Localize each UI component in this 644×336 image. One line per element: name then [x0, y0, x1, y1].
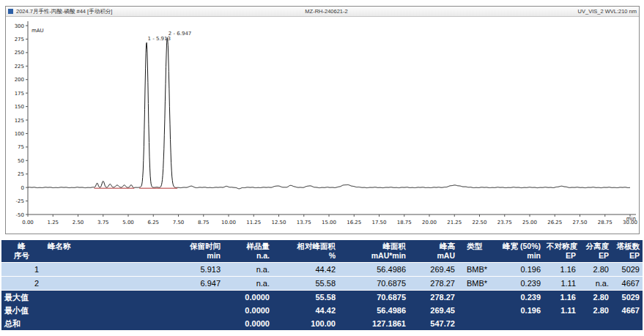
cell-rel_area: 44.42 — [273, 304, 338, 317]
y-tick-label: 225 — [15, 64, 24, 70]
cell-asymmetry: 1.11 — [544, 277, 579, 290]
x-tick-label: 3.75 — [97, 220, 109, 225]
y-tick-label: 50 — [18, 158, 24, 164]
y-tick-label: 175 — [15, 91, 24, 97]
peak-label: 1 - 5.913 — [148, 36, 171, 42]
column-header-amount: 样品量n.a. — [223, 240, 273, 262]
y-tick-label: -25 — [16, 198, 24, 204]
cell-retention_time — [104, 317, 223, 330]
cell-height: 547.72 — [409, 317, 458, 330]
column-header-rel_area: 相对峰面积% — [273, 240, 338, 262]
cell-resolution — [579, 317, 612, 330]
chromatogram-panel: 2024.7月手性-丙酸-磷酸 #44 [手动积分] MZ-RH-240621-… — [5, 6, 640, 234]
y-tick-label: 250 — [15, 50, 24, 56]
cell-rel_area: 55.58 — [273, 277, 338, 290]
cell-amount: n.a. — [223, 277, 273, 290]
column-header-asymmetry: 不对称度EP — [544, 240, 579, 262]
y-tick-label: 300 — [15, 23, 24, 29]
y-tick-label: 25 — [18, 171, 24, 177]
column-header-width_50: 峰宽 (50%)min — [499, 240, 544, 262]
y-tick-label: 150 — [15, 104, 24, 110]
integration-results-table: 峰序号峰名称保留时间min样品量n.a.相对峰面积%峰面积mAU*min峰高mA… — [1, 240, 643, 330]
x-tick-label: 7.50 — [173, 220, 185, 225]
cell-peak_name — [42, 291, 104, 304]
chromatogram-plot[interactable]: -50-250255075100125150175200225250275300… — [6, 17, 640, 234]
cell-area: 56.4986 — [338, 304, 409, 317]
cell-width_50: 0.239 — [499, 291, 544, 304]
cell-resolution: 2.80 — [579, 263, 612, 276]
sample-title: 2024.7月手性-丙酸-磷酸 #44 [手动积分] — [16, 8, 221, 15]
cell-rel_area: 100.00 — [273, 317, 338, 330]
cell-asymmetry — [544, 317, 579, 330]
cell-retention_time: 6.947 — [104, 277, 223, 290]
x-tick-label: 1.25 — [47, 220, 59, 225]
cell-width_50: 0.196 — [499, 304, 544, 317]
injection-name: MZ-RH-240621-2 — [224, 8, 429, 15]
x-tick-label: 10.00 — [221, 220, 236, 225]
cell-type — [458, 317, 499, 330]
cell-plates — [612, 317, 643, 330]
column-header-plates: 塔板数EP — [612, 240, 643, 262]
y-tick-label: -50 — [16, 212, 24, 218]
cell-area: 70.6875 — [338, 277, 409, 290]
cell-peak_name — [42, 317, 104, 330]
cell-type: BMB* — [458, 263, 499, 276]
cell-type — [458, 291, 499, 304]
cell-area: 56.4986 — [338, 263, 409, 276]
cell-amount: n.a. — [223, 263, 273, 276]
x-tick-label: 0.00 — [22, 220, 34, 225]
x-tick-label: 21.25 — [447, 220, 462, 225]
y-axis-unit-label: mAU — [32, 28, 44, 34]
cell-asymmetry: 1.11 — [544, 304, 579, 317]
cell-peak_name — [42, 277, 104, 290]
peak-label: 2 - 6.947 — [169, 31, 191, 37]
cell-asymmetry: 1.16 — [544, 263, 579, 276]
x-tick-label: 5.00 — [122, 220, 134, 225]
cell-peak_no: 总和 — [1, 317, 42, 330]
cell-plates: 4667 — [612, 277, 643, 290]
cell-asymmetry: 1.16 — [544, 291, 579, 304]
table-row[interactable]: 26.947n.a.55.5870.6875278.27BMB*0.2391.1… — [1, 277, 643, 291]
x-tick-label: 26.25 — [547, 220, 562, 225]
x-tick-label: 17.50 — [371, 220, 386, 225]
cell-area: 70.6875 — [338, 291, 409, 304]
cell-area: 127.1861 — [338, 317, 409, 330]
cell-type: BMB* — [458, 277, 499, 290]
cell-resolution: 2.80 — [579, 291, 612, 304]
column-header-retention_time: 保留时间min — [104, 240, 223, 262]
cell-height: 269.45 — [409, 263, 458, 276]
cell-width_50: 0.196 — [499, 263, 544, 276]
cell-plates: 5029 — [612, 291, 643, 304]
x-tick-label: 23.75 — [497, 220, 512, 225]
cell-rel_area: 44.42 — [273, 263, 338, 276]
signal-color-chip — [8, 9, 13, 14]
y-tick-label: 0 — [21, 185, 24, 191]
table-row[interactable]: 最大值0.000055.5870.6875278.270.2391.162.80… — [1, 291, 643, 304]
y-tick-label: 125 — [15, 118, 24, 124]
y-tick-label: 75 — [18, 144, 24, 150]
x-tick-label: 12.50 — [271, 220, 286, 225]
cell-height: 269.45 — [409, 304, 458, 317]
column-header-area: 峰面积mAU*min — [338, 240, 409, 262]
column-header-height: 峰高mAU — [409, 240, 458, 262]
x-tick-label: 22.50 — [472, 220, 486, 225]
detector-channel-label: UV_VIS_2 WVL:210 nm — [432, 8, 637, 15]
cell-peak_no: 2 — [1, 277, 42, 290]
x-tick-label: 18.75 — [397, 220, 412, 225]
chromatogram-header: 2024.7月手性-丙酸-磷酸 #44 [手动积分] MZ-RH-240621-… — [6, 7, 639, 17]
x-axis-unit-label: min — [626, 216, 636, 222]
cell-rel_area: 55.58 — [273, 291, 338, 304]
x-tick-label: 15.00 — [322, 220, 336, 225]
y-tick-label: 200 — [15, 77, 24, 83]
cell-width_50 — [499, 317, 544, 330]
table-row[interactable]: 总和0.0000100.00127.1861547.72 — [1, 317, 643, 330]
table-row[interactable]: 最小值0.000044.4256.4986269.450.1961.112.80… — [1, 304, 643, 317]
chromatogram-trace — [28, 37, 630, 189]
cell-resolution: n.a. — [579, 277, 612, 290]
y-tick-label: 275 — [15, 37, 24, 42]
table-row[interactable]: 15.913n.a.44.4256.4986269.45BMB*0.1961.1… — [1, 263, 643, 277]
cell-amount: 0.0000 — [223, 304, 273, 317]
cell-peak_no: 最小值 — [1, 304, 42, 317]
x-tick-label: 8.75 — [198, 220, 210, 225]
cell-height: 278.27 — [409, 291, 458, 304]
